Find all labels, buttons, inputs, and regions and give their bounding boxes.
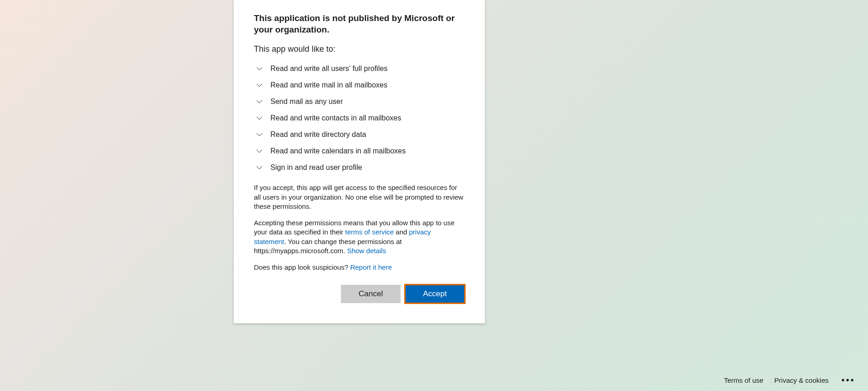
chevron-down-icon [254,113,265,124]
chevron-down-icon [254,162,265,173]
info-text: and [394,228,409,236]
consent-dialog: This application is not published by Mic… [234,0,485,323]
permission-label: Read and write all users' full profiles [270,65,388,73]
permission-label: Read and write calendars in all mailboxe… [270,147,406,155]
more-options-icon[interactable]: ••• [840,375,857,386]
footer: Terms of use Privacy & cookies ••• [724,375,857,386]
permission-label: Read and write directory data [270,130,366,139]
show-details-link[interactable]: Show details [347,247,386,255]
chevron-down-icon [254,80,265,91]
terms-of-service-link[interactable]: terms of service [345,228,394,236]
permission-label: Sign in and read user profile [270,163,362,172]
permission-item[interactable]: Read and write calendars in all mailboxe… [254,146,465,157]
terms-of-use-link[interactable]: Terms of use [724,376,764,384]
publisher-warning: This application is not published by Mic… [254,13,465,35]
cancel-button[interactable]: Cancel [341,285,401,303]
permission-item[interactable]: Read and write mail in all mailboxes [254,80,465,91]
report-link[interactable]: Report it here [350,263,392,271]
permission-item[interactable]: Read and write contacts in all mailboxes [254,113,465,124]
chevron-down-icon [254,63,265,74]
button-row: Cancel Accept [254,285,465,303]
permission-item[interactable]: Read and write all users' full profiles [254,63,465,74]
permission-item[interactable]: Sign in and read user profile [254,162,465,173]
permission-item[interactable]: Send mail as any user [254,96,465,107]
consent-info-terms: Accepting these permissions means that y… [254,218,465,255]
chevron-down-icon [254,129,265,140]
permission-label: Read and write mail in all mailboxes [270,81,387,89]
chevron-down-icon [254,96,265,107]
chevron-down-icon [254,146,265,157]
privacy-cookies-link[interactable]: Privacy & cookies [775,376,829,384]
permission-label: Send mail as any user [270,98,343,106]
permission-label: Read and write contacts in all mailboxes [270,114,401,122]
permissions-list: Read and write all users' full profiles … [254,63,465,173]
suspicious-prompt: Does this app look suspicious? [254,263,350,271]
permissions-intro: This app would like to: [254,44,465,54]
accept-button[interactable]: Accept [405,285,465,303]
permission-item[interactable]: Read and write directory data [254,129,465,140]
suspicious-app-text: Does this app look suspicious? Report it… [254,263,465,272]
consent-info-org: If you accept, this app will get access … [254,183,465,211]
